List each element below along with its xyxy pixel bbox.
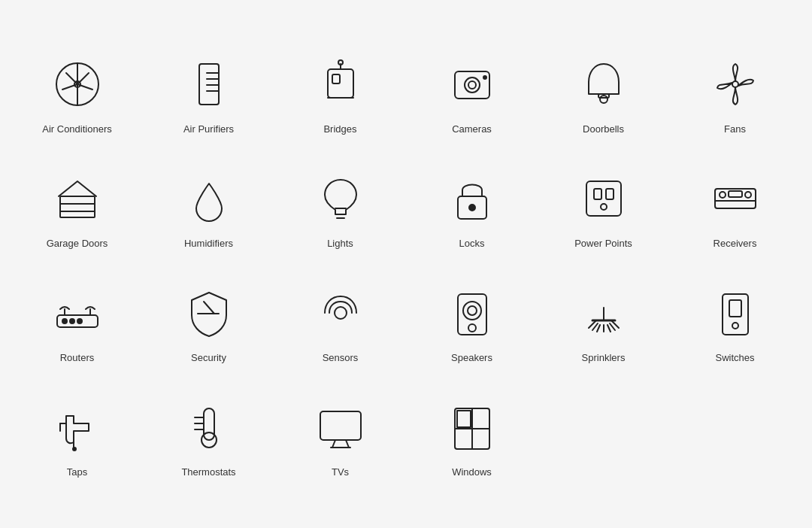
air-conditioners-label: Air Conditioners: [42, 123, 112, 135]
item-locks[interactable]: Locks: [410, 153, 534, 260]
air-conditioners-icon: [47, 54, 108, 114]
item-humidifiers[interactable]: Humidifiers: [147, 153, 271, 260]
item-lights[interactable]: Lights: [278, 153, 402, 260]
svg-rect-7: [328, 69, 353, 98]
svg-point-15: [483, 76, 486, 79]
svg-point-30: [601, 204, 607, 210]
item-air-conditioners[interactable]: Air Conditioners: [15, 39, 139, 146]
item-security[interactable]: Security: [147, 268, 271, 375]
speakers-label: Speakers: [451, 352, 492, 363]
svg-rect-19: [60, 196, 95, 217]
svg-rect-28: [594, 189, 601, 199]
item-power-points[interactable]: Power Points: [541, 153, 665, 260]
svg-line-54: [607, 325, 611, 332]
svg-point-43: [335, 307, 347, 319]
svg-point-47: [468, 324, 476, 332]
taps-icon: [47, 397, 108, 457]
cameras-label: Cameras: [452, 123, 492, 135]
windows-label: Windows: [452, 466, 492, 478]
svg-rect-68: [320, 411, 361, 440]
humidifiers-label: Humidifiers: [184, 238, 233, 249]
item-switches[interactable]: Switches: [673, 268, 797, 375]
svg-point-11: [338, 60, 343, 65]
svg-rect-63: [204, 408, 214, 440]
item-air-purifiers[interactable]: Air Purifiers: [147, 39, 271, 146]
svg-point-41: [77, 319, 82, 323]
item-doorbells[interactable]: Doorbells: [541, 39, 665, 146]
item-routers[interactable]: Routers: [15, 268, 139, 375]
svg-line-51: [597, 325, 600, 332]
receivers-icon: [705, 168, 765, 229]
tvs-label: TVs: [332, 466, 349, 478]
routers-label: Routers: [60, 352, 95, 363]
bridges-icon: [311, 54, 371, 114]
tvs-icon: [311, 397, 371, 457]
doorbells-icon: [574, 54, 634, 114]
item-bridges[interactable]: Bridges: [278, 39, 402, 146]
fans-label: Fans: [724, 123, 746, 135]
sensors-label: Sensors: [323, 352, 359, 363]
svg-line-69: [332, 440, 335, 448]
svg-rect-8: [332, 74, 340, 83]
svg-point-46: [468, 306, 477, 315]
item-sprinklers[interactable]: Sprinklers: [541, 268, 665, 375]
svg-point-39: [62, 319, 67, 323]
garage-doors-icon: [47, 168, 108, 229]
switches-label: Switches: [715, 352, 754, 363]
svg-rect-29: [606, 189, 614, 199]
item-speakers[interactable]: Speakers: [410, 268, 534, 375]
thermostats-icon: [179, 397, 239, 457]
switches-icon: [705, 283, 765, 343]
svg-rect-27: [586, 181, 621, 216]
svg-rect-57: [729, 300, 741, 317]
item-cameras[interactable]: Cameras: [410, 39, 534, 146]
svg-point-14: [468, 81, 476, 89]
sensors-icon: [311, 283, 371, 343]
svg-point-13: [465, 77, 480, 93]
lights-label: Lights: [327, 238, 353, 249]
windows-icon: [442, 397, 502, 457]
fans-icon: [705, 54, 765, 114]
taps-label: Taps: [67, 466, 87, 478]
doorbells-label: Doorbells: [583, 123, 624, 135]
item-receivers[interactable]: Receivers: [673, 153, 797, 260]
cameras-icon: [442, 54, 502, 114]
security-label: Security: [191, 352, 226, 363]
svg-point-26: [469, 205, 475, 211]
svg-rect-75: [457, 411, 471, 427]
power-points-label: Power Points: [574, 238, 632, 249]
icon-grid: Air ConditionersAir PurifiersBridgesCame…: [15, 39, 797, 489]
air-purifiers-icon: [179, 54, 239, 114]
svg-rect-35: [729, 191, 742, 197]
lights-icon: [311, 168, 371, 229]
air-purifiers-label: Air Purifiers: [183, 123, 234, 135]
humidifiers-icon: [179, 168, 239, 229]
item-windows[interactable]: Windows: [410, 382, 534, 489]
svg-point-58: [732, 323, 738, 329]
item-sensors[interactable]: Sensors: [278, 268, 402, 375]
svg-point-34: [745, 192, 751, 198]
item-tvs[interactable]: TVs: [278, 382, 402, 489]
thermostats-label: Thermostats: [181, 466, 235, 478]
svg-point-18: [732, 81, 738, 87]
item-taps[interactable]: Taps: [15, 382, 139, 489]
locks-icon: [442, 168, 502, 229]
item-garage-doors[interactable]: Garage Doors: [15, 153, 139, 260]
receivers-label: Receivers: [714, 238, 757, 249]
svg-point-60: [73, 448, 76, 451]
bridges-label: Bridges: [323, 123, 356, 135]
svg-point-33: [720, 192, 726, 198]
item-fans[interactable]: Fans: [673, 39, 797, 146]
item-thermostats[interactable]: Thermostats: [147, 382, 271, 489]
routers-icon: [47, 283, 108, 343]
speakers-icon: [442, 283, 502, 343]
security-icon: [179, 283, 239, 343]
svg-point-40: [70, 319, 74, 323]
power-points-icon: [574, 168, 634, 229]
locks-label: Locks: [459, 238, 485, 249]
sprinklers-label: Sprinklers: [582, 352, 626, 363]
svg-point-45: [463, 302, 481, 320]
sprinklers-icon: [574, 283, 634, 343]
svg-line-70: [346, 440, 349, 448]
garage-doors-label: Garage Doors: [47, 238, 108, 249]
